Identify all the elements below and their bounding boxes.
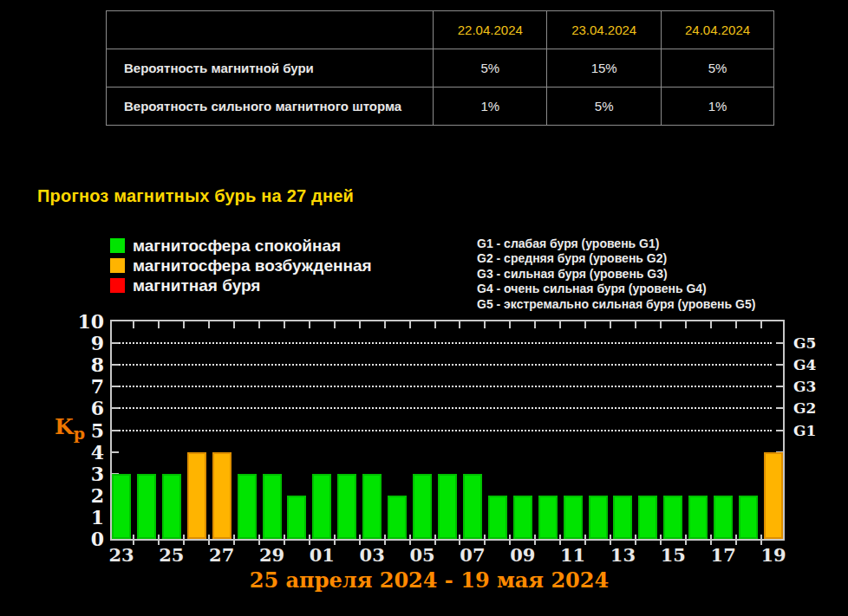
gridline-kp7 xyxy=(113,386,772,387)
x-tick-label-19: 19 xyxy=(754,545,793,566)
table-cell: 5% xyxy=(662,49,774,88)
x-tick-label-11: 11 xyxy=(554,545,592,566)
kp-bar-28 xyxy=(238,474,257,539)
top-tick xyxy=(434,321,436,328)
top-tick xyxy=(484,321,486,328)
excited-swatch-icon xyxy=(110,258,125,273)
kp-bar-03 xyxy=(362,474,382,539)
top-tick xyxy=(409,321,411,328)
table-date-2: 23.04.2024 xyxy=(547,11,662,49)
g-legend-line-g1: G1 - слабая буря (уровень G1) xyxy=(477,237,755,251)
x-tick-label-29: 29 xyxy=(253,545,291,566)
table-cell: 15% xyxy=(547,49,662,88)
row-label-severe-storm-probability: Вероятность сильного магнитного шторма xyxy=(107,88,434,126)
table-date-3: 24.04.2024 xyxy=(662,11,774,49)
y-tick xyxy=(776,430,783,431)
kp-bar-26 xyxy=(187,452,206,539)
top-tick xyxy=(133,321,134,328)
storm-probability-table: 22.04.2024 23.04.2024 24.04.2024 Вероятн… xyxy=(106,10,774,126)
x-tick-label-01: 01 xyxy=(303,545,341,566)
legend-label: магнитосфера возбужденная xyxy=(133,256,372,276)
kp-bar-02 xyxy=(337,474,356,539)
kp-bar-19 xyxy=(764,452,783,539)
top-tick xyxy=(635,321,636,328)
gridline-kp9 xyxy=(113,342,772,344)
top-tick xyxy=(258,321,260,328)
g-legend-line-g5: G5 - экстремально сильная буря (уровень … xyxy=(477,297,755,312)
kp-bar-13 xyxy=(613,496,632,539)
top-tick xyxy=(233,321,235,328)
g-levels-legend: G1 - слабая буря (уровень G1) G2 - средн… xyxy=(477,237,755,312)
kp-bar-27 xyxy=(212,452,232,539)
y-tick-label-1: 1 xyxy=(91,505,104,529)
kp-bar-11 xyxy=(564,496,583,539)
table-row: Вероятность магнитной бури 5% 15% 5% xyxy=(107,49,774,88)
x-tick-label-07: 07 xyxy=(453,545,492,566)
y-tick xyxy=(776,342,783,344)
forecast-page: 22.04.2024 23.04.2024 24.04.2024 Вероятн… xyxy=(0,0,848,616)
top-tick xyxy=(760,321,762,328)
table-row: Вероятность сильного магнитного шторма 1… xyxy=(107,88,774,126)
x-tick-label-15: 15 xyxy=(654,545,692,566)
table-cell: 1% xyxy=(662,88,774,126)
y-tick xyxy=(112,451,119,453)
top-tick xyxy=(660,321,662,328)
kp-bar-16 xyxy=(688,496,708,539)
y-tick-label-5: 5 xyxy=(91,418,104,443)
top-tick xyxy=(610,321,611,328)
x-tick-label-09: 09 xyxy=(504,545,542,566)
y-tick xyxy=(776,364,783,366)
kp-bar-chart-plot-area xyxy=(110,320,785,541)
kp-bar-06 xyxy=(438,474,457,539)
y-tick xyxy=(112,407,119,409)
table-corner-cell xyxy=(107,11,434,49)
kp-bar-09 xyxy=(513,496,532,539)
x-tick-label-13: 13 xyxy=(603,545,642,566)
x-tick-label-05: 05 xyxy=(403,545,441,566)
gridline-kp8 xyxy=(113,364,772,366)
table-cell: 5% xyxy=(547,88,662,126)
gridline-kp6 xyxy=(113,407,772,409)
kp-bar-04 xyxy=(388,496,407,539)
y-tick xyxy=(776,386,783,387)
y-tick xyxy=(112,342,119,344)
kp-bar-30 xyxy=(287,496,306,539)
g-label-g3: G3 xyxy=(793,377,816,396)
x-tick-label-23: 23 xyxy=(102,545,140,566)
x-tick-label-03: 03 xyxy=(353,545,391,566)
legend-label: магнитосфера спокойная xyxy=(133,237,341,256)
chart-color-legend: магнитосфера спокойная магнитосфера возб… xyxy=(110,238,372,298)
top-tick xyxy=(208,321,210,328)
top-tick xyxy=(158,321,160,328)
x-tick-label-27: 27 xyxy=(203,545,241,566)
row-label-storm-probability: Вероятность магнитной бури xyxy=(107,49,434,88)
y-tick-label-7: 7 xyxy=(91,374,104,399)
top-tick xyxy=(183,321,185,328)
top-tick xyxy=(334,321,336,328)
g-legend-line-g2: G2 - средняя буря (уровень G2) xyxy=(477,251,755,266)
table-date-1: 22.04.2024 xyxy=(434,11,547,49)
kp-bar-08 xyxy=(488,496,507,539)
y-tick-label-3: 3 xyxy=(91,462,104,486)
legend-item-storm: магнитная буря xyxy=(110,278,372,293)
g-label-g4: G4 xyxy=(793,355,816,374)
g-label-g5: G5 xyxy=(793,334,816,353)
y-tick xyxy=(112,430,119,431)
x-tick-label-17: 17 xyxy=(704,545,742,566)
y-tick xyxy=(112,364,119,366)
kp-bar-14 xyxy=(638,496,657,539)
top-tick xyxy=(710,321,712,328)
y-tick-label-8: 8 xyxy=(91,353,104,377)
y-tick-label-6: 6 xyxy=(91,396,104,420)
g-label-g2: G2 xyxy=(793,399,816,418)
table-cell: 1% xyxy=(434,88,547,126)
kp-bar-23 xyxy=(112,474,131,539)
kp-bar-17 xyxy=(714,496,733,539)
right-axis-g-labels: G1G2G3G4G5 xyxy=(793,320,845,544)
g-legend-line-g3: G3 - сильная буря (уровень G3) xyxy=(477,267,755,282)
top-tick xyxy=(384,321,386,328)
g-legend-line-g4: G4 - очень сильная буря (уровень G4) xyxy=(477,282,755,296)
y-axis-title-kp: Kp xyxy=(55,414,85,443)
y-tick-label-10: 10 xyxy=(77,309,104,334)
kp-bar-18 xyxy=(739,496,758,539)
